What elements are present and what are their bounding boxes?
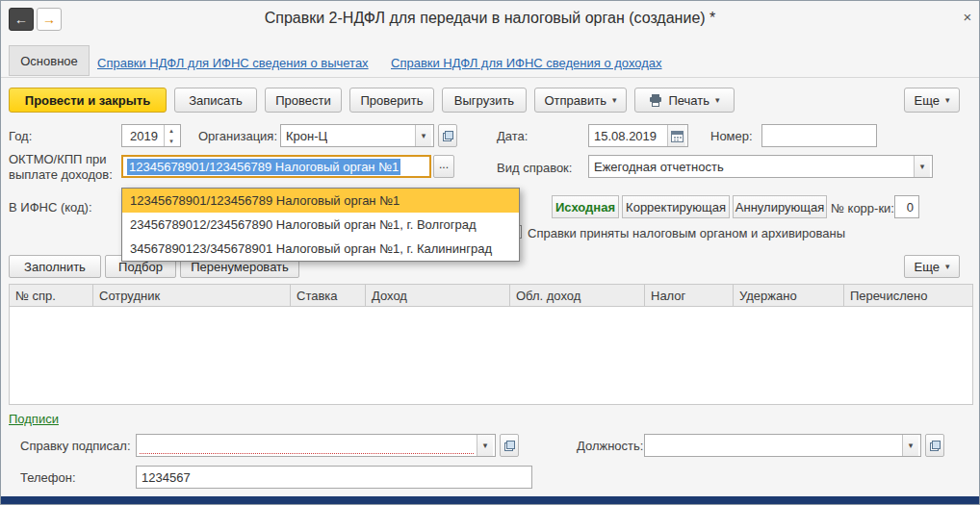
chevron-down-icon: ▾ [612,96,617,105]
oktmo-value: 12345678901/123456789 Налоговый орган №1 [127,159,400,175]
position-open-button[interactable] [925,434,944,457]
correction-no-value: 0 [907,200,914,215]
tabs-divider [1,77,979,78]
column-header-taxable[interactable]: Обл. доход [510,284,645,307]
ifns-label: В ИФНС (код): [9,200,92,215]
link-incomes[interactable]: Справки НДФЛ для ИФНС сведения о доходах [391,56,662,70]
column-header-transferred[interactable]: Перечислено [844,284,973,307]
fill-label: Заполнить [24,260,86,274]
more-label: Еще [915,93,940,108]
type-original-button[interactable]: Исходная [552,195,619,218]
number-field[interactable] [761,124,877,147]
correction-no-label: № корр-ки: [831,201,894,215]
chevron-down-icon[interactable]: ▾ [477,435,493,456]
date-field[interactable]: 15.08.2019 [588,124,688,147]
table-header-row: № спр. Сотрудник Ставка Доход Обл. доход… [9,284,973,307]
oktmo-dropdown-list: 12345678901/123456789 Налоговый орган №1… [121,188,520,262]
send-button[interactable]: Отправить ▾ [534,88,627,113]
type-correcting-label: Корректирующая [626,200,726,215]
year-label: Год: [9,129,32,143]
unload-button[interactable]: Выгрузить [442,88,527,113]
dropdown-item[interactable]: 23456789012/234567890 Налоговый орган №1… [122,213,519,237]
organization-open-button[interactable] [438,124,457,147]
printer-icon [649,94,662,107]
write-label: Записать [189,93,243,108]
kind-combo[interactable]: Ежегодная отчетность ▾ [588,155,933,178]
page-title: Справки 2-НДФЛ для передачи в налоговый … [1,10,979,27]
app-window: ← → Справки 2-НДФЛ для передачи в налого… [0,0,980,505]
column-header-tax[interactable]: Налог [645,284,734,307]
print-label: Печать [668,93,709,108]
open-form-icon [930,441,941,451]
spinner-down-icon[interactable]: ▾ [165,136,178,146]
close-icon[interactable]: × [958,7,977,26]
open-form-icon [443,131,453,141]
chevron-down-icon[interactable]: ▾ [415,125,431,146]
oktmo-choose-button[interactable]: ... [433,155,454,178]
chevron-down-icon: ▾ [945,263,950,271]
write-button[interactable]: Записать [174,88,257,113]
type-correcting-button[interactable]: Корректирующая [622,195,730,218]
phone-value: 1234567 [142,470,191,485]
chevron-down-icon[interactable]: ▾ [902,435,918,456]
column-header-employee[interactable]: Сотрудник [93,284,291,307]
dropdown-item[interactable]: 34567890123/345678901 Налоговый орган №1… [122,237,519,261]
spinner-up-icon[interactable]: ▴ [165,125,178,136]
check-button[interactable]: Проверить [349,88,434,113]
type-original-label: Исходная [555,200,615,215]
oktmo-label-line1: ОКТМО/КПП при [9,152,107,166]
year-field[interactable]: 2019 ▴ ▾ [121,124,181,147]
position-combo[interactable]: ▾ [644,434,921,457]
bottom-window-strip [1,496,979,504]
fill-button[interactable]: Заполнить [9,255,101,278]
oktmo-label-line2: выплате доходов: [9,167,113,182]
phone-field[interactable]: 1234567 [136,466,532,489]
link-deductions[interactable]: Справки НДФЛ для ИФНС сведения о вычетах [97,56,369,70]
chevron-down-icon[interactable]: ▾ [914,156,930,177]
check-label: Проверить [360,93,423,108]
position-label: Должность: [577,439,643,453]
type-cancelling-label: Аннулирующая [735,200,824,215]
more-table-label: Еще [915,260,940,274]
signed-by-combo[interactable]: ▾ [136,434,496,457]
signed-by-open-button[interactable] [500,434,519,457]
oktmo-field[interactable]: 12345678901/123456789 Налоговый орган №1 [121,155,431,178]
chevron-down-icon: ▾ [715,96,720,105]
number-label: Номер: [710,129,753,143]
post-button[interactable]: Провести [265,88,342,113]
type-cancelling-button[interactable]: Аннулирующая [733,195,827,218]
more-button-top[interactable]: Еще ▾ [904,88,960,113]
correction-no-field[interactable]: 0 [894,195,919,218]
print-button[interactable]: Печать ▾ [634,88,735,113]
year-value: 2019 [130,129,161,143]
kind-label: Вид справок: [497,161,572,175]
more-button-table[interactable]: Еще ▾ [904,255,960,278]
column-header-income[interactable]: Доход [366,284,510,307]
tab-main-label: Основное [20,54,78,68]
unload-label: Выгрузить [454,93,514,108]
date-label: Дата: [497,129,528,143]
year-spinner[interactable]: ▴ ▾ [164,125,178,146]
column-header-rate[interactable]: Ставка [291,284,366,307]
send-label: Отправить [545,93,606,108]
archived-label: Справки приняты налоговым органом и архи… [528,226,845,240]
date-value: 15.08.2019 [594,129,657,143]
column-header-number[interactable]: № спр. [9,284,93,307]
organization-combo[interactable]: Крон-Ц ▾ [280,124,434,147]
calendar-icon[interactable] [667,125,685,146]
signed-by-label: Справку подписал: [20,439,131,453]
post-and-close-label: Провести и закрыть [25,93,150,108]
kind-value: Ежегодная отчетность [594,160,724,174]
certificates-table-body [9,307,973,405]
organization-label: Организация: [198,129,277,143]
tab-main[interactable]: Основное [9,45,90,76]
open-form-icon [504,441,515,451]
signatures-section-link[interactable]: Подписи [9,412,59,426]
phone-label: Телефон: [20,470,76,485]
column-header-withheld[interactable]: Удержано [734,284,844,307]
post-and-close-button[interactable]: Провести и закрыть [9,88,167,113]
post-label: Провести [275,93,331,108]
chevron-down-icon: ▾ [945,96,950,105]
organization-value: Крон-Ц [286,129,327,143]
dropdown-item[interactable]: 12345678901/123456789 Налоговый орган №1 [122,189,519,213]
